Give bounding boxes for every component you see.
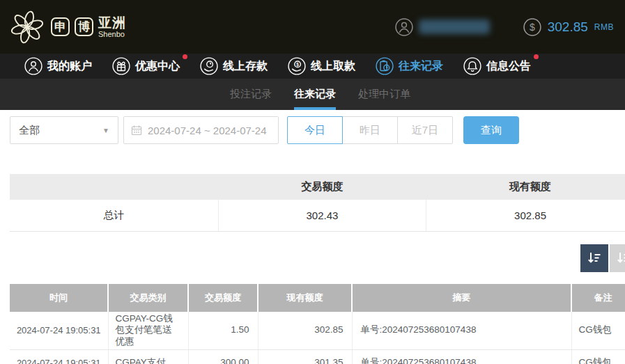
calendar-icon bbox=[131, 125, 142, 136]
cell-summary: 单号:202407253680107438 bbox=[352, 312, 571, 350]
table-row: 2024-07-24 19:05:31 CGPAY-CG钱包支付笔笔送优惠 1.… bbox=[10, 312, 625, 350]
withdraw-icon: $ bbox=[288, 57, 306, 75]
sort-ascending-icon bbox=[616, 251, 625, 266]
sub-navigation: 投注记录 往来记录 处理中订单 bbox=[0, 79, 625, 110]
top-header: 申 博 亚洲 Shenbo $ 302.85 RMB bbox=[0, 0, 625, 54]
cell-balance: 301.35 bbox=[258, 350, 352, 364]
cell-remark: CG钱包 bbox=[571, 312, 625, 350]
bell-icon bbox=[463, 57, 481, 75]
deposit-icon bbox=[200, 57, 218, 75]
col-header-type: 交易类别 bbox=[108, 284, 188, 312]
cell-balance: 302.85 bbox=[258, 312, 352, 350]
cell-type: CGPAY-CG钱包支付笔笔送优惠 bbox=[108, 312, 188, 350]
nav-label: 信息公告 bbox=[486, 59, 531, 74]
button-label: 近7日 bbox=[412, 124, 438, 137]
nav-item-announcements[interactable]: 信息公告 bbox=[463, 57, 531, 75]
sort-ascending-button[interactable] bbox=[610, 244, 625, 272]
balance-display: $ 302.85 RMB bbox=[523, 18, 614, 36]
logo-region: 亚洲 bbox=[98, 16, 126, 29]
records-icon bbox=[376, 57, 394, 75]
tab-betting-records[interactable]: 投注记录 bbox=[230, 79, 272, 110]
yesterday-button[interactable]: 昨日 bbox=[342, 116, 398, 144]
cell-time: 2024-07-24 19:05:31 bbox=[10, 312, 108, 350]
notification-dot bbox=[534, 54, 539, 59]
cell-time: 2024-07-24 19:05:31 bbox=[10, 350, 108, 364]
svg-text:$: $ bbox=[530, 21, 535, 32]
cell-amount: 1.50 bbox=[188, 312, 258, 350]
date-range-input[interactable]: 2024-07-24 ~ 2024-07-24 bbox=[123, 116, 279, 144]
svg-text:$: $ bbox=[296, 62, 299, 68]
summary-balance-total: 302.85 bbox=[426, 200, 625, 231]
nav-item-promotions[interactable]: 优惠中心 bbox=[112, 57, 180, 75]
transactions-table: 时间 交易类别 交易额度 现有额度 摘要 备注 2024-07-24 19:05… bbox=[10, 284, 625, 364]
nav-item-my-account[interactable]: 我的账户 bbox=[24, 57, 92, 75]
cell-amount: 300.00 bbox=[188, 350, 258, 364]
button-label: 今日 bbox=[304, 124, 325, 137]
tab-transaction-records[interactable]: 往来记录 bbox=[294, 79, 336, 110]
summary-table: 交易额度 现有额度 总计 302.43 302.85 bbox=[10, 174, 625, 232]
last-7-days-button[interactable]: 近7日 bbox=[397, 116, 453, 144]
category-select[interactable]: 全部 ▼ bbox=[10, 116, 118, 144]
summary-header-transaction: 交易额度 bbox=[218, 174, 426, 200]
summary-header-balance: 现有额度 bbox=[426, 174, 625, 200]
nav-item-deposit[interactable]: 线上存款 bbox=[200, 57, 268, 75]
notification-dot bbox=[183, 54, 187, 59]
nav-label: 我的账户 bbox=[47, 59, 92, 74]
category-selected-value: 全部 bbox=[19, 124, 40, 137]
summary-total-label: 总计 bbox=[10, 200, 218, 231]
query-button[interactable]: 查询 bbox=[463, 116, 519, 144]
table-header-row: 时间 交易类别 交易额度 现有额度 摘要 备注 bbox=[10, 284, 625, 312]
tab-label: 处理中订单 bbox=[358, 88, 410, 101]
tab-label: 投注记录 bbox=[230, 88, 272, 101]
gift-icon bbox=[112, 57, 130, 75]
logo-char-box: 申 bbox=[51, 17, 70, 36]
date-range-value: 2024-07-24 ~ 2024-07-24 bbox=[148, 125, 267, 136]
nav-item-withdraw[interactable]: $ 线上取款 bbox=[288, 57, 355, 75]
tab-pending-orders[interactable]: 处理中订单 bbox=[358, 79, 410, 110]
summary-transaction-total: 302.43 bbox=[218, 200, 426, 231]
brand-logo: 申 博 亚洲 Shenbo bbox=[10, 10, 126, 45]
main-navigation: 我的账户 优惠中心 线上存款 $ 线上取款 往来记录 bbox=[0, 54, 625, 79]
summary-header-row: 交易额度 现有额度 bbox=[10, 174, 625, 200]
summary-total-row: 总计 302.43 302.85 bbox=[10, 200, 625, 231]
summary-header-empty bbox=[10, 174, 218, 200]
dollar-icon: $ bbox=[523, 18, 541, 36]
nav-item-transaction-records[interactable]: 往来记录 bbox=[376, 57, 443, 75]
logo-char-box: 博 bbox=[75, 17, 93, 36]
col-header-remark: 备注 bbox=[571, 284, 625, 312]
sort-descending-icon bbox=[587, 251, 602, 266]
button-label: 昨日 bbox=[360, 124, 380, 137]
balance-amount: 302.85 bbox=[548, 19, 588, 35]
col-header-summary: 摘要 bbox=[352, 284, 571, 312]
table-row: 2024-07-24 19:05:31 CGPAY支付 300.00 301.3… bbox=[10, 350, 625, 364]
logo-text: 亚洲 Shenbo bbox=[98, 16, 126, 38]
chevron-down-icon: ▼ bbox=[102, 127, 109, 134]
cell-type: CGPAY支付 bbox=[108, 350, 188, 364]
username-redacted bbox=[419, 19, 490, 34]
sort-descending-button[interactable] bbox=[580, 244, 608, 272]
col-header-time: 时间 bbox=[10, 284, 108, 312]
today-button[interactable]: 今日 bbox=[287, 116, 343, 144]
cell-remark: CG钱包 bbox=[571, 350, 625, 364]
nav-label: 优惠中心 bbox=[135, 59, 180, 74]
user-chip bbox=[395, 18, 490, 36]
tab-label: 往来记录 bbox=[294, 88, 336, 101]
user-icon bbox=[395, 18, 413, 36]
nav-label: 线上存款 bbox=[223, 59, 268, 74]
nav-label: 线上取款 bbox=[311, 59, 355, 74]
balance-currency: RMB bbox=[594, 22, 614, 32]
filter-row: 全部 ▼ 2024-07-24 ~ 2024-07-24 今日 昨日 近7日 查… bbox=[10, 116, 625, 144]
page-content: 全部 ▼ 2024-07-24 ~ 2024-07-24 今日 昨日 近7日 查… bbox=[0, 116, 625, 364]
sort-controls bbox=[10, 244, 625, 272]
col-header-balance: 现有额度 bbox=[258, 284, 352, 312]
user-icon bbox=[24, 57, 43, 75]
cell-summary: 单号:202407253680107438 bbox=[352, 350, 571, 364]
col-header-amount: 交易额度 bbox=[188, 284, 258, 312]
nav-label: 往来记录 bbox=[399, 59, 443, 74]
logo-latin: Shenbo bbox=[98, 31, 126, 38]
flower-logo-icon bbox=[10, 10, 45, 45]
quick-date-group: 今日 昨日 近7日 bbox=[287, 116, 453, 144]
